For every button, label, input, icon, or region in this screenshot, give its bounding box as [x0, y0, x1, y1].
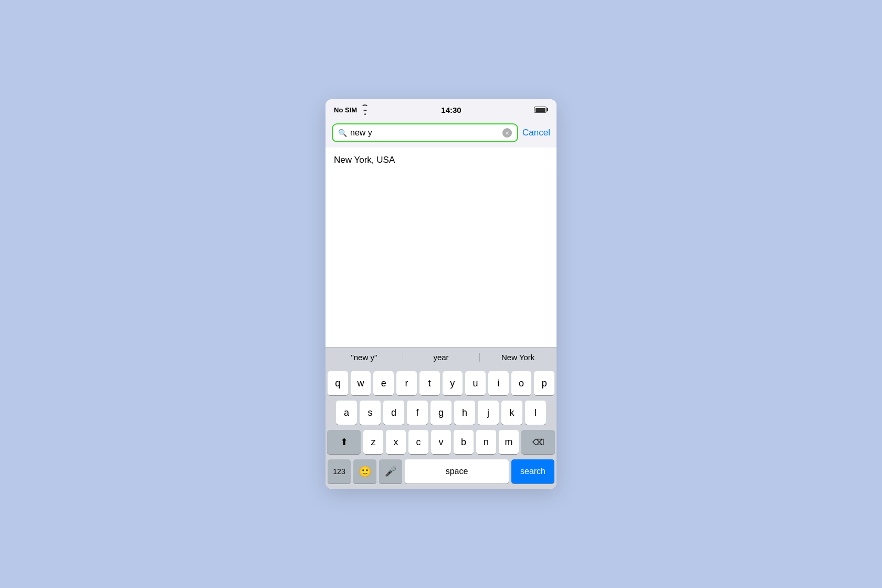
search-input-wrapper[interactable]: 🔍 ✕ — [332, 123, 518, 142]
key-f[interactable]: f — [407, 401, 428, 425]
key-c[interactable]: c — [408, 430, 428, 454]
key-k[interactable]: k — [501, 401, 522, 425]
key-r[interactable]: r — [396, 371, 417, 395]
key-z[interactable]: z — [363, 430, 383, 454]
key-w[interactable]: w — [351, 371, 371, 395]
phone-frame: No SIM 14:30 🔍 ✕ Cancel — [326, 99, 556, 489]
num-key[interactable]: 123 — [328, 459, 351, 484]
key-l[interactable]: l — [525, 401, 546, 425]
key-x[interactable]: x — [386, 430, 406, 454]
battery-icon — [534, 107, 548, 113]
keyboard: q w e r t y u i o p a s d f g h j k l ⬆ … — [326, 367, 556, 489]
keyboard-suggestions: "new y" year New York — [326, 347, 556, 367]
results-area: New York, USA — [326, 148, 556, 347]
key-p[interactable]: p — [534, 371, 554, 395]
key-h[interactable]: h — [454, 401, 475, 425]
suggestion-2[interactable]: New York — [479, 351, 556, 364]
key-g[interactable]: g — [430, 401, 452, 425]
mic-key[interactable]: 🎤 — [379, 459, 402, 484]
key-n[interactable]: n — [476, 430, 496, 454]
time-display: 14:30 — [441, 106, 461, 114]
backspace-key[interactable]: ⌫ — [521, 430, 555, 454]
key-j[interactable]: j — [478, 401, 499, 425]
key-row-2: a s d f g h j k l — [328, 401, 554, 425]
search-button[interactable]: search — [511, 459, 554, 484]
search-clear-button[interactable]: ✕ — [502, 128, 512, 138]
search-glass-icon: 🔍 — [338, 129, 347, 137]
key-row-1: q w e r t y u i o p — [328, 371, 554, 395]
emoji-key[interactable]: 🙂 — [353, 459, 376, 484]
wifi-icon — [361, 104, 369, 115]
key-q[interactable]: q — [328, 371, 348, 395]
key-a[interactable]: a — [336, 401, 357, 425]
key-o[interactable]: o — [511, 371, 532, 395]
key-row-bottom: 123 🙂 🎤 space search — [328, 459, 554, 484]
key-t[interactable]: t — [419, 371, 440, 395]
shift-key[interactable]: ⬆ — [327, 430, 361, 454]
space-key[interactable]: space — [405, 459, 509, 484]
key-e[interactable]: e — [373, 371, 394, 395]
search-area: 🔍 ✕ Cancel — [326, 118, 556, 148]
cancel-button[interactable]: Cancel — [522, 128, 550, 138]
search-input[interactable] — [350, 128, 499, 138]
key-v[interactable]: v — [431, 430, 451, 454]
status-bar: No SIM 14:30 — [326, 99, 556, 118]
result-item[interactable]: New York, USA — [326, 148, 556, 173]
key-row-3: ⬆ z x c v b n m ⌫ — [328, 430, 554, 454]
status-right — [534, 107, 548, 113]
suggestion-0[interactable]: "new y" — [326, 351, 403, 364]
key-u[interactable]: u — [465, 371, 486, 395]
key-y[interactable]: y — [443, 371, 463, 395]
suggestion-1[interactable]: year — [403, 351, 480, 364]
key-b[interactable]: b — [454, 430, 474, 454]
key-i[interactable]: i — [488, 371, 509, 395]
status-left: No SIM — [334, 104, 369, 115]
key-m[interactable]: m — [499, 430, 519, 454]
key-d[interactable]: d — [383, 401, 404, 425]
carrier-label: No SIM — [334, 106, 357, 114]
key-s[interactable]: s — [360, 401, 381, 425]
